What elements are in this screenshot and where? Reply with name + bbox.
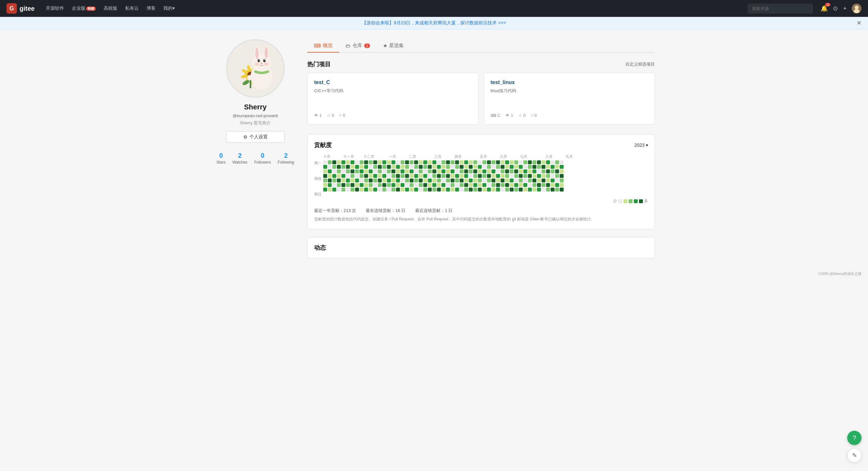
notification-button[interactable]: 🔔 2 (820, 5, 828, 12)
following-stat[interactable]: 2 Following (278, 152, 294, 165)
day-cell (541, 174, 546, 178)
day-cell (410, 160, 413, 164)
svg-point-27 (264, 63, 269, 66)
nav-enterprise[interactable]: 企业版特惠 (72, 5, 96, 11)
day-cell (555, 165, 559, 169)
project-name-0[interactable]: test_C (314, 79, 472, 86)
day-cell (360, 165, 364, 169)
year-selector[interactable]: 2023 ▾ (634, 142, 648, 148)
nav-blog[interactable]: 博客 (147, 5, 156, 11)
year-value: 2023 (634, 142, 645, 148)
day-cell (523, 165, 527, 169)
nav-university[interactable]: 高校版 (104, 5, 117, 11)
settings-button[interactable]: ⚙ 个人设置 (226, 131, 285, 143)
tab-overview[interactable]: ⌨ 概览 (307, 39, 339, 53)
day-cell (401, 183, 404, 187)
project-name-1[interactable]: test_linux (491, 79, 648, 86)
logo[interactable]: G gitee (6, 3, 35, 13)
day-cell (555, 169, 559, 173)
day-cell (528, 165, 532, 169)
week-col-11 (373, 160, 377, 192)
main-content-area: ⌨ 概览 🗁 仓库 2 ★ 星选集 热门项目 自定义精选项目 test (307, 39, 655, 258)
day-cell (387, 188, 391, 192)
week-col-37 (492, 160, 495, 192)
search-input[interactable] (748, 4, 813, 13)
month-label-5: 三月 (434, 154, 455, 159)
week-col-2 (332, 160, 336, 192)
day-label-empty4 (314, 187, 321, 191)
watches-stat[interactable]: 2 Watches (232, 152, 247, 165)
tab-overview-icon: ⌨ (314, 43, 321, 49)
day-cell (360, 174, 364, 178)
day-cell (541, 169, 546, 173)
banner-text[interactable]: 【源创会来啦】9月23日，来成都天府腾讯大厦，探讨数据前沿技术 >>> (362, 20, 506, 25)
day-cell (387, 178, 391, 182)
followers-stat[interactable]: 0 Followers (254, 152, 271, 165)
day-cell (555, 160, 559, 164)
day-label-sun: 周日 (314, 192, 321, 196)
day-cell (469, 178, 473, 182)
nav-mine[interactable]: 我的▾ (163, 5, 175, 11)
day-cell (523, 174, 527, 178)
day-cell (346, 165, 350, 169)
day-cell (428, 160, 432, 164)
day-cell (382, 160, 386, 164)
day-cell (560, 160, 564, 164)
week-col-29 (455, 160, 459, 192)
day-cell (551, 174, 555, 178)
month-label-11: 九月 (565, 154, 591, 159)
day-cell (441, 183, 445, 187)
add-button[interactable]: + (843, 5, 846, 12)
month-label-9: 七月 (520, 154, 546, 159)
day-cell (364, 165, 368, 169)
day-cell (560, 178, 564, 182)
day-cell (560, 169, 564, 173)
day-cell (350, 178, 354, 182)
nav-privatecloud[interactable]: 私有云 (125, 5, 139, 11)
day-cell (478, 174, 482, 178)
profile-bio: Sherry 暂无简介 (240, 120, 271, 126)
day-cell (501, 160, 504, 164)
banner-close-button[interactable]: ✕ (857, 20, 862, 27)
user-avatar[interactable] (852, 4, 862, 13)
day-cell (414, 183, 418, 187)
day-cell (396, 165, 400, 169)
day-cell (405, 188, 409, 192)
nav-icons: 🔔 2 ⊙ + (820, 4, 862, 13)
day-cell (360, 183, 364, 187)
day-cell (455, 169, 459, 173)
day-cell (546, 178, 550, 182)
day-labels: 周一 周四 周日 (314, 154, 321, 196)
profile-sidebar: Sherry @european-red-proverb Sherry 暂无简介… (213, 39, 298, 258)
week-col-0 (323, 160, 327, 192)
profile-avatar (226, 39, 285, 98)
day-cell (528, 174, 532, 178)
tab-repos-label: 仓库 (352, 42, 362, 49)
location-icon[interactable]: ⊙ (833, 5, 838, 12)
day-label-mon: 周一 (314, 161, 321, 165)
fork-icon-0: ⑂ (339, 113, 342, 118)
month-label-1: 十一月 (343, 154, 364, 159)
day-cell (323, 188, 327, 192)
svg-point-28 (260, 63, 262, 64)
legend-more-label: 多 (644, 198, 648, 204)
tab-repos[interactable]: 🗁 仓库 2 (339, 39, 376, 52)
contribution-header: 贡献度 2023 ▾ (314, 141, 648, 149)
grid-with-labels: 周一 周四 周日 十月十一月十二月一月二月三月四月五月六月七月八月九月 (314, 154, 648, 196)
day-cell (492, 160, 495, 164)
week-col-19 (410, 160, 413, 192)
day-cell (414, 178, 418, 182)
stars-stat[interactable]: 0 Stars (216, 152, 225, 165)
day-cell (328, 165, 332, 169)
day-cell (528, 178, 532, 182)
nav-opensrc[interactable]: 开源软件 (46, 5, 64, 11)
week-col-16 (396, 160, 400, 192)
project-footer-0: 👁 1 ☆ 0 ⑂ 0 (314, 113, 472, 118)
tab-stars[interactable]: ★ 星选集 (376, 39, 410, 52)
day-cell (537, 160, 541, 164)
day-cell (555, 178, 559, 182)
customize-link[interactable]: 自定义精选项目 (625, 61, 655, 67)
day-cell (505, 183, 509, 187)
day-cell (492, 183, 495, 187)
day-cell (369, 183, 373, 187)
